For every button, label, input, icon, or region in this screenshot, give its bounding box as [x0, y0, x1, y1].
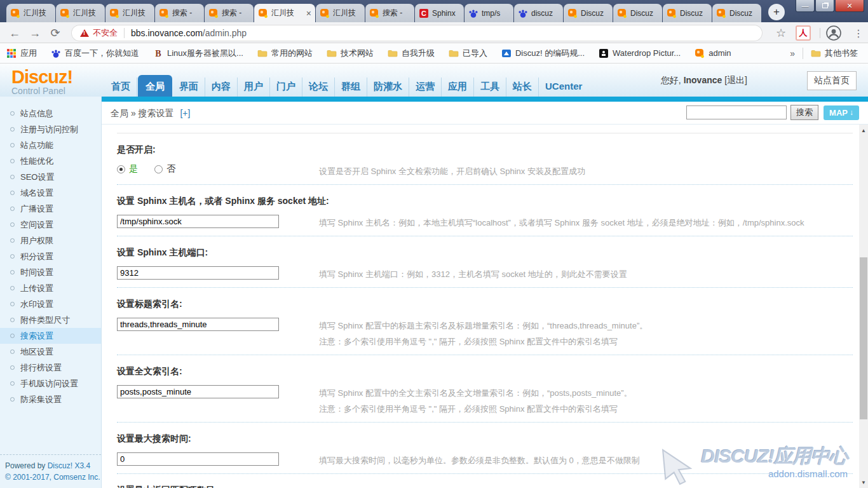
security-warning-text[interactable]: 不安全: [93, 27, 118, 39]
sidebar-item-broadcast[interactable]: 广播设置: [0, 201, 101, 217]
browser-tab[interactable]: 搜索 -: [205, 4, 254, 22]
sidebar-item-time[interactable]: 时间设置: [0, 264, 101, 280]
radio-option[interactable]: 是: [117, 163, 138, 175]
bookmark-item[interactable]: 百度一下，你就知道: [51, 48, 139, 59]
sidebar-item-seo[interactable]: SEO设置: [0, 169, 101, 185]
nav-tab-anti-flood[interactable]: 防灌水: [367, 78, 409, 97]
sidebar-item-domain[interactable]: 域名设置: [0, 185, 101, 201]
browser-tab[interactable]: Discuz: [564, 4, 613, 22]
browser-tab[interactable]: 汇川技×: [254, 4, 315, 22]
back-icon[interactable]: ←: [6, 25, 23, 41]
bookmark-item[interactable]: admin: [695, 48, 731, 58]
close-window-button[interactable]: ✕: [835, 0, 864, 12]
sidebar-item-district[interactable]: 地区设置: [0, 344, 101, 360]
other-bookmarks-label: 其他书签: [825, 48, 858, 59]
bookmark-item[interactable]: Discuz! 的编码规...: [501, 48, 585, 59]
sidebar-item-ranking[interactable]: 排行榜设置: [0, 360, 101, 376]
adobe-pdf-extension-icon[interactable]: 人: [796, 25, 811, 41]
bookmark-item[interactable]: 已导入: [449, 48, 487, 59]
other-bookmarks-button[interactable]: 其他书签: [811, 48, 858, 59]
nav-tab-group[interactable]: 群组: [335, 78, 367, 97]
browser-tab[interactable]: Discuz: [712, 4, 761, 22]
sidebar-item-register-access[interactable]: 注册与访问控制: [0, 121, 101, 137]
bookmark-star-icon[interactable]: ☆: [773, 25, 789, 41]
nav-tab-ucenter[interactable]: UCenter: [539, 78, 588, 97]
input-sphinx-host[interactable]: [117, 215, 279, 228]
discuz-version-link[interactable]: Discuz! X3.4: [48, 461, 90, 470]
radio-unchecked-icon[interactable]: [154, 165, 163, 173]
new-tab-button[interactable]: +: [768, 4, 785, 20]
nav-tab-portal[interactable]: 门户: [270, 78, 302, 97]
browser-tab[interactable]: discuz: [514, 4, 563, 22]
map-button[interactable]: MAP ↓: [824, 105, 859, 120]
nav-tab-global[interactable]: 全局: [138, 75, 172, 97]
bookmark-item[interactable]: 常用的网站: [257, 48, 313, 59]
nav-tab-home[interactable]: 首页: [105, 78, 137, 97]
browser-tab[interactable]: 汇川技: [56, 4, 105, 22]
nav-tab-webmaster[interactable]: 站长: [506, 78, 539, 97]
nav-tab-forum[interactable]: 论坛: [302, 78, 335, 97]
bookmark-item[interactable]: 应用: [6, 48, 37, 59]
input-fulltext-index[interactable]: [117, 385, 279, 398]
scrollbar-thumb[interactable]: [860, 257, 867, 419]
browser-tab[interactable]: CSphinx: [415, 4, 464, 22]
browser-tab[interactable]: Discuz: [663, 4, 712, 22]
restore-window-button[interactable]: [815, 0, 834, 12]
sidebar-item-site-info[interactable]: 站点信息: [0, 105, 101, 121]
browser-tab[interactable]: tmp/s: [465, 4, 513, 22]
sidebar-item-performance[interactable]: 性能优化: [0, 153, 101, 169]
breadcrumb-add-link[interactable]: [+]: [180, 108, 190, 118]
reload-icon[interactable]: ⟳: [47, 25, 64, 41]
forward-icon[interactable]: →: [27, 25, 43, 41]
browser-menu-icon[interactable]: ⋮: [850, 25, 867, 41]
sidebar-item-site-functions[interactable]: 站点功能: [0, 137, 101, 153]
sidebar-item-mobile-access[interactable]: 手机版访问设置: [0, 376, 101, 391]
sidebar-item-anti-collection[interactable]: 防采集设置: [0, 391, 101, 407]
bookmark-item[interactable]: Waterdrop Pictur...: [599, 48, 681, 58]
sidebar-item-watermark[interactable]: 水印设置: [0, 296, 101, 312]
browser-tab[interactable]: 汇川技: [105, 4, 154, 22]
radio-label: 是: [129, 163, 138, 175]
sidebar-item-credits[interactable]: 积分设置: [0, 248, 101, 264]
browser-tab[interactable]: 搜索 -: [155, 4, 204, 22]
logout-link[interactable]: [退出]: [724, 75, 747, 85]
sidebar-item-search[interactable]: 搜索设置: [0, 328, 101, 344]
sidebar-item-attachment-type[interactable]: 附件类型尺寸: [0, 312, 101, 328]
browser-tab[interactable]: 汇川技: [6, 4, 55, 22]
admin-search-button[interactable]: 搜索: [790, 105, 818, 120]
scroll-down-icon[interactable]: ▼: [859, 478, 868, 487]
browser-tab[interactable]: 汇川技: [316, 4, 365, 22]
address-bar[interactable]: 不安全 bbs.inovance.com /admin.php: [71, 25, 763, 41]
scrollbar[interactable]: ▲ ▼: [859, 125, 868, 488]
browser-tab[interactable]: Discuz: [613, 4, 662, 22]
input-sphinx-port[interactable]: [117, 266, 279, 280]
sidebar-item-user-permissions[interactable]: 用户权限: [0, 233, 101, 248]
bookmark-item[interactable]: 自我升级: [388, 48, 435, 59]
profile-avatar-icon[interactable]: [826, 25, 841, 41]
sidebar-item-upload[interactable]: 上传设置: [0, 280, 101, 296]
bookmark-item[interactable]: BLinux服务器被黑以...: [153, 48, 243, 59]
copyright-link[interactable]: © 2001-2017, Comsenz Inc.: [5, 473, 100, 482]
admin-search-input[interactable]: [686, 105, 787, 119]
bookmarks-overflow-icon[interactable]: »: [790, 48, 795, 58]
scroll-up-icon[interactable]: ▲: [859, 126, 868, 135]
tab-title: 汇川技: [333, 8, 361, 18]
tab-close-icon[interactable]: ×: [306, 9, 311, 18]
radio-option[interactable]: 否: [154, 163, 175, 175]
site-home-button[interactable]: 站点首页: [807, 71, 857, 90]
minimize-window-button[interactable]: —: [796, 0, 815, 12]
nav-tab-content[interactable]: 内容: [205, 78, 238, 97]
nav-tab-tools[interactable]: 工具: [474, 78, 506, 97]
nav-tab-interface[interactable]: 界面: [173, 78, 205, 97]
radio-checked-icon[interactable]: [117, 165, 125, 173]
nav-tab-operation[interactable]: 运营: [409, 78, 442, 97]
nav-tab-application[interactable]: 应用: [442, 78, 474, 97]
input-title-index[interactable]: [117, 318, 279, 331]
breadcrumb-global[interactable]: 全局: [111, 108, 128, 118]
browser-tab[interactable]: 搜索 -: [365, 4, 414, 22]
bookmark-item[interactable]: 技术网站: [327, 48, 374, 59]
input-max-search-time[interactable]: [117, 452, 279, 466]
form-section-sphinx-port: 设置 Sphinx 主机端口:填写 Sphinx 主机端口：例如，3312，主机…: [117, 236, 853, 288]
nav-tab-user[interactable]: 用户: [238, 78, 270, 97]
sidebar-item-space[interactable]: 空间设置: [0, 217, 101, 233]
